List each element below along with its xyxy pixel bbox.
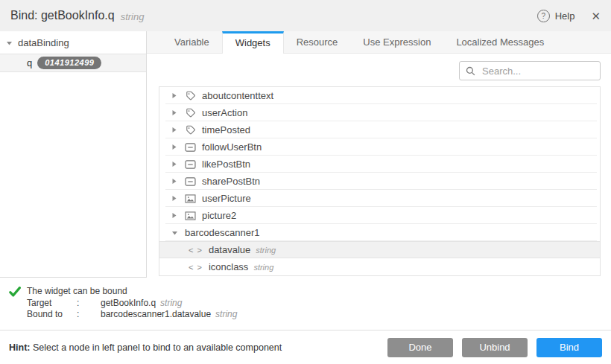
widget-list: aboutcontenttextuserActiontimePostedfoll…	[159, 86, 601, 276]
tree-root-databinding[interactable]: dataBinding	[0, 31, 146, 54]
status-row-value: getBookInfo.q	[101, 298, 156, 309]
search-icon	[466, 66, 475, 76]
widget-row-userAction[interactable]: userAction	[159, 104, 600, 121]
help-button[interactable]: Help	[555, 10, 575, 22]
dialog-title: Bind: getBookInfo.q	[10, 9, 115, 22]
widget-row-sharePostBtn[interactable]: sharePostBtn	[159, 173, 600, 190]
caret-right-icon[interactable]	[171, 144, 178, 150]
unbind-button[interactable]: Unbind	[462, 338, 528, 357]
footer-buttons: DoneUnbindBind	[387, 338, 602, 357]
value-badge: 0141912499	[37, 57, 101, 69]
tag-icon	[185, 125, 196, 135]
hint-body: Select a node in left panel to bind to a…	[30, 342, 282, 353]
status-row-type: string	[215, 309, 237, 320]
hint-label: Hint:	[9, 342, 30, 353]
dialog-title-type: string	[121, 10, 145, 22]
data-binding-tree-panel: dataBinding q 0141912499	[0, 31, 147, 278]
widget-row-likePostBtn[interactable]: likePostBtn	[159, 156, 600, 173]
widget-name: likePostBtn	[202, 159, 250, 170]
dialog-footer: Hint: Select a node in left panel to bin…	[0, 330, 611, 364]
close-icon[interactable]: ✕	[591, 10, 601, 22]
status-row-target: Target:getBookInfo.qstring	[27, 298, 237, 309]
tab-strip: VariableWidgetsResourceUse ExpressionLoc…	[147, 31, 611, 54]
status-text: The widget can be bound Target:getBookIn…	[27, 286, 237, 330]
button-icon	[185, 160, 196, 169]
tab-localized-messages[interactable]: Localized Messages	[443, 31, 557, 53]
tree-root-label: dataBinding	[18, 37, 69, 48]
status-row-bound-to: Bound to:barcodescanner1.datavaluestring	[27, 309, 237, 320]
caret-down-icon[interactable]	[6, 40, 13, 46]
widget-type-label: string	[253, 263, 273, 272]
status-row-label: Bound to	[27, 309, 77, 320]
widget-type-label: string	[256, 246, 276, 255]
caret-right-icon[interactable]	[171, 127, 178, 133]
tree-node-label: q	[27, 57, 32, 68]
button-icon	[185, 177, 196, 186]
status-row-type: string	[160, 298, 182, 309]
header-actions: ? Help ✕	[537, 10, 601, 22]
widget-row-timePosted[interactable]: timePosted	[159, 121, 600, 138]
dialog-header: Bind: getBookInfo.q string ? Help ✕	[0, 0, 611, 31]
tag-icon	[185, 108, 196, 118]
button-icon	[185, 143, 196, 152]
caret-right-icon[interactable]	[171, 109, 178, 116]
widget-name: iconclass	[209, 261, 248, 272]
tree-node-q[interactable]: q 0141912499	[0, 54, 146, 72]
widget-name: aboutcontenttext	[202, 90, 273, 101]
tab-variable[interactable]: Variable	[162, 31, 222, 53]
picture-icon	[185, 211, 196, 220]
widget-row-barcodescanner1[interactable]: barcodescanner1	[159, 224, 600, 241]
widget-name: timePosted	[202, 124, 250, 135]
caret-right-icon[interactable]	[171, 178, 178, 185]
tag-icon	[185, 91, 196, 100]
widget-row-datavalue[interactable]: < >datavaluestring	[159, 241, 600, 258]
bind-button[interactable]: Bind	[536, 338, 602, 357]
status-row-value: barcodescanner1.datavalue	[101, 309, 211, 320]
widget-row-aboutcontenttext[interactable]: aboutcontenttext	[159, 87, 600, 104]
picture-icon	[185, 194, 196, 203]
status-row-colon: :	[77, 298, 101, 309]
status-row-colon: :	[77, 309, 101, 320]
done-button[interactable]: Done	[387, 338, 453, 357]
help-icon[interactable]: ?	[537, 10, 550, 22]
code-brackets-icon: < >	[189, 263, 203, 272]
widget-row-iconclass[interactable]: < >iconclassstring	[159, 258, 600, 275]
widget-name: userAction	[202, 107, 247, 118]
caret-right-icon[interactable]	[171, 92, 178, 99]
caret-right-icon[interactable]	[171, 195, 178, 202]
widget-name: barcodescanner1	[185, 227, 259, 238]
widget-name: userPicture	[202, 193, 251, 204]
widget-row-picture2[interactable]: picture2	[159, 207, 600, 224]
widget-name: followUserBtn	[202, 141, 262, 153]
widget-name: sharePostBtn	[202, 176, 260, 187]
success-check-icon	[9, 286, 21, 330]
binding-status: The widget can be bound Target:getBookIn…	[0, 278, 611, 330]
widget-row-followUserBtn[interactable]: followUserBtn	[159, 138, 600, 156]
status-row-label: Target	[27, 298, 77, 309]
caret-right-icon[interactable]	[171, 161, 178, 167]
widget-name: datavalue	[209, 244, 250, 255]
binding-source-panel: VariableWidgetsResourceUse ExpressionLoc…	[147, 31, 611, 278]
widget-name: picture2	[202, 210, 236, 221]
tab-widgets[interactable]: Widgets	[222, 31, 284, 54]
tab-use-expression[interactable]: Use Expression	[350, 31, 443, 53]
caret-right-icon[interactable]	[171, 212, 178, 219]
search-input[interactable]	[481, 65, 594, 77]
search-box[interactable]	[459, 61, 601, 80]
search-row	[147, 54, 611, 86]
status-message: The widget can be bound	[27, 286, 237, 297]
tab-resource[interactable]: Resource	[284, 31, 351, 53]
caret-down-icon[interactable]	[171, 230, 178, 236]
hint-text: Hint: Select a node in left panel to bin…	[9, 342, 282, 353]
code-brackets-icon: < >	[189, 246, 203, 255]
widget-row-userPicture[interactable]: userPicture	[159, 190, 600, 207]
status-rows: Target:getBookInfo.qstringBound to:barco…	[27, 298, 237, 320]
